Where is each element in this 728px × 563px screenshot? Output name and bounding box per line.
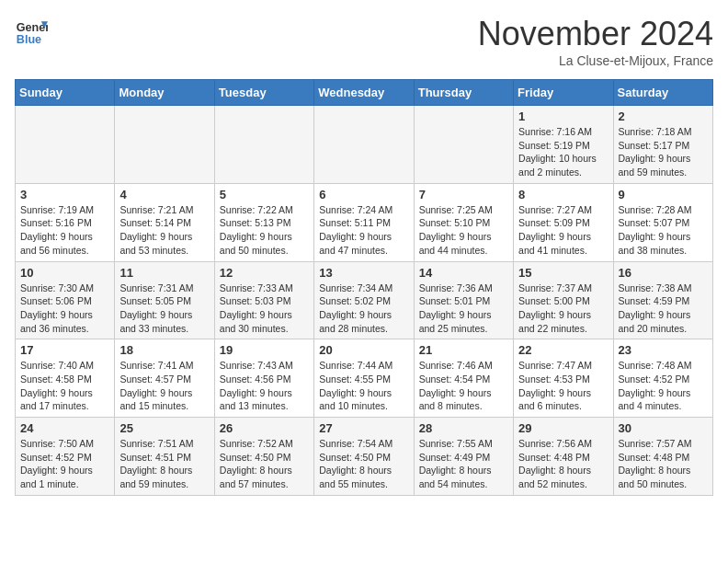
day-info: Sunrise: 7:44 AMSunset: 4:55 PMDaylight:… bbox=[319, 359, 408, 413]
week-row-1: 3Sunrise: 7:19 AMSunset: 5:16 PMDaylight… bbox=[16, 183, 713, 261]
day-info: Sunrise: 7:47 AMSunset: 4:53 PMDaylight:… bbox=[518, 359, 608, 413]
calendar-cell: 30Sunrise: 7:57 AMSunset: 4:48 PMDayligh… bbox=[613, 418, 712, 496]
day-info: Sunrise: 7:50 AMSunset: 4:52 PMDaylight:… bbox=[20, 437, 109, 491]
day-info: Sunrise: 7:54 AMSunset: 4:50 PMDaylight:… bbox=[319, 437, 408, 491]
calendar-cell: 6Sunrise: 7:24 AMSunset: 5:11 PMDaylight… bbox=[314, 183, 414, 261]
svg-text:Blue: Blue bbox=[17, 33, 41, 46]
calendar-cell: 29Sunrise: 7:56 AMSunset: 4:48 PMDayligh… bbox=[514, 418, 613, 496]
day-number: 7 bbox=[419, 188, 508, 201]
day-info: Sunrise: 7:30 AMSunset: 5:06 PMDaylight:… bbox=[20, 282, 109, 336]
calendar-cell bbox=[115, 106, 214, 184]
calendar-cell: 13Sunrise: 7:34 AMSunset: 5:02 PMDayligh… bbox=[314, 261, 414, 339]
day-number: 4 bbox=[119, 188, 209, 201]
day-info: Sunrise: 7:33 AMSunset: 5:03 PMDaylight:… bbox=[220, 282, 309, 336]
day-number: 6 bbox=[319, 188, 408, 201]
calendar-cell: 28Sunrise: 7:55 AMSunset: 4:49 PMDayligh… bbox=[414, 418, 513, 496]
day-info: Sunrise: 7:27 AMSunset: 5:09 PMDaylight:… bbox=[518, 203, 608, 258]
day-info: Sunrise: 7:22 AMSunset: 5:13 PMDaylight:… bbox=[220, 203, 309, 258]
day-number: 20 bbox=[319, 343, 408, 357]
day-info: Sunrise: 7:46 AMSunset: 4:54 PMDaylight:… bbox=[419, 359, 508, 413]
day-number: 8 bbox=[518, 188, 608, 201]
day-info: Sunrise: 7:21 AMSunset: 5:14 PMDaylight:… bbox=[119, 203, 209, 258]
day-number: 2 bbox=[619, 109, 708, 123]
day-info: Sunrise: 7:57 AMSunset: 4:48 PMDaylight:… bbox=[619, 437, 708, 491]
day-info: Sunrise: 7:31 AMSunset: 5:05 PMDaylight:… bbox=[119, 282, 209, 336]
calendar-cell: 18Sunrise: 7:41 AMSunset: 4:57 PMDayligh… bbox=[115, 339, 214, 418]
day-number: 24 bbox=[20, 421, 109, 435]
day-number: 25 bbox=[119, 421, 209, 435]
day-number: 13 bbox=[319, 266, 408, 280]
day-number: 22 bbox=[518, 343, 608, 357]
day-info: Sunrise: 7:25 AMSunset: 5:10 PMDaylight:… bbox=[419, 203, 508, 258]
day-number: 3 bbox=[20, 188, 109, 201]
week-row-4: 24Sunrise: 7:50 AMSunset: 4:52 PMDayligh… bbox=[16, 418, 713, 496]
calendar-cell: 26Sunrise: 7:52 AMSunset: 4:50 PMDayligh… bbox=[214, 418, 313, 496]
calendar-table: SundayMondayTuesdayWednesdayThursdayFrid… bbox=[15, 79, 713, 496]
calendar-cell: 7Sunrise: 7:25 AMSunset: 5:10 PMDaylight… bbox=[414, 183, 513, 261]
day-info: Sunrise: 7:52 AMSunset: 4:50 PMDaylight:… bbox=[220, 437, 309, 491]
weekday-header-friday: Friday bbox=[514, 80, 613, 106]
weekday-header-tuesday: Tuesday bbox=[214, 80, 313, 106]
calendar-cell: 15Sunrise: 7:37 AMSunset: 5:00 PMDayligh… bbox=[514, 261, 613, 339]
calendar-cell: 20Sunrise: 7:44 AMSunset: 4:55 PMDayligh… bbox=[314, 339, 414, 418]
calendar-cell bbox=[16, 106, 115, 184]
calendar-cell: 25Sunrise: 7:51 AMSunset: 4:51 PMDayligh… bbox=[115, 418, 214, 496]
day-number: 19 bbox=[220, 343, 309, 357]
weekday-header-monday: Monday bbox=[115, 80, 214, 106]
week-row-3: 17Sunrise: 7:40 AMSunset: 4:58 PMDayligh… bbox=[16, 339, 713, 418]
day-info: Sunrise: 7:41 AMSunset: 4:57 PMDaylight:… bbox=[119, 359, 209, 413]
calendar-cell: 16Sunrise: 7:38 AMSunset: 4:59 PMDayligh… bbox=[613, 261, 712, 339]
day-info: Sunrise: 7:38 AMSunset: 4:59 PMDaylight:… bbox=[619, 282, 708, 336]
day-number: 29 bbox=[518, 421, 608, 435]
calendar-cell: 12Sunrise: 7:33 AMSunset: 5:03 PMDayligh… bbox=[214, 261, 313, 339]
weekday-header-sunday: Sunday bbox=[16, 80, 115, 106]
day-number: 30 bbox=[619, 421, 708, 435]
day-number: 27 bbox=[319, 421, 408, 435]
calendar-cell bbox=[414, 106, 513, 184]
calendar-cell: 5Sunrise: 7:22 AMSunset: 5:13 PMDaylight… bbox=[214, 183, 313, 261]
day-number: 1 bbox=[518, 109, 608, 123]
day-number: 23 bbox=[619, 343, 708, 357]
weekday-header-wednesday: Wednesday bbox=[314, 80, 414, 106]
day-info: Sunrise: 7:28 AMSunset: 5:07 PMDaylight:… bbox=[619, 203, 708, 258]
day-number: 11 bbox=[119, 266, 209, 280]
calendar-cell: 19Sunrise: 7:43 AMSunset: 4:56 PMDayligh… bbox=[214, 339, 313, 418]
calendar-cell: 24Sunrise: 7:50 AMSunset: 4:52 PMDayligh… bbox=[16, 418, 115, 496]
calendar-cell: 27Sunrise: 7:54 AMSunset: 4:50 PMDayligh… bbox=[314, 418, 414, 496]
day-info: Sunrise: 7:34 AMSunset: 5:02 PMDaylight:… bbox=[319, 282, 408, 336]
day-number: 9 bbox=[619, 188, 708, 201]
day-info: Sunrise: 7:40 AMSunset: 4:58 PMDaylight:… bbox=[20, 359, 109, 413]
calendar-cell: 9Sunrise: 7:28 AMSunset: 5:07 PMDaylight… bbox=[613, 183, 712, 261]
calendar-cell: 1Sunrise: 7:16 AMSunset: 5:19 PMDaylight… bbox=[514, 106, 613, 184]
weekday-header-row: SundayMondayTuesdayWednesdayThursdayFrid… bbox=[16, 80, 713, 106]
header: General Blue November 2024 La Cluse-et-M… bbox=[15, 15, 713, 68]
day-number: 26 bbox=[220, 421, 309, 435]
day-info: Sunrise: 7:43 AMSunset: 4:56 PMDaylight:… bbox=[220, 359, 309, 413]
day-info: Sunrise: 7:19 AMSunset: 5:16 PMDaylight:… bbox=[20, 203, 109, 258]
day-number: 17 bbox=[20, 343, 109, 357]
day-number: 28 bbox=[419, 421, 508, 435]
calendar-cell: 8Sunrise: 7:27 AMSunset: 5:09 PMDaylight… bbox=[514, 183, 613, 261]
title-area: November 2024 La Cluse-et-Mijoux, France bbox=[478, 15, 713, 68]
calendar-cell bbox=[314, 106, 414, 184]
day-info: Sunrise: 7:16 AMSunset: 5:19 PMDaylight:… bbox=[518, 125, 608, 179]
day-number: 14 bbox=[419, 266, 508, 280]
calendar-cell: 22Sunrise: 7:47 AMSunset: 4:53 PMDayligh… bbox=[514, 339, 613, 418]
month-title: November 2024 bbox=[478, 15, 713, 53]
calendar-cell: 4Sunrise: 7:21 AMSunset: 5:14 PMDaylight… bbox=[115, 183, 214, 261]
calendar-cell: 11Sunrise: 7:31 AMSunset: 5:05 PMDayligh… bbox=[115, 261, 214, 339]
day-info: Sunrise: 7:37 AMSunset: 5:00 PMDaylight:… bbox=[518, 282, 608, 336]
week-row-2: 10Sunrise: 7:30 AMSunset: 5:06 PMDayligh… bbox=[16, 261, 713, 339]
day-number: 5 bbox=[220, 188, 309, 201]
day-number: 21 bbox=[419, 343, 508, 357]
day-number: 15 bbox=[518, 266, 608, 280]
calendar-cell: 21Sunrise: 7:46 AMSunset: 4:54 PMDayligh… bbox=[414, 339, 513, 418]
calendar-cell bbox=[214, 106, 313, 184]
weekday-header-saturday: Saturday bbox=[613, 80, 712, 106]
day-info: Sunrise: 7:18 AMSunset: 5:17 PMDaylight:… bbox=[619, 125, 708, 179]
day-info: Sunrise: 7:24 AMSunset: 5:11 PMDaylight:… bbox=[319, 203, 408, 258]
location: La Cluse-et-Mijoux, France bbox=[478, 53, 713, 68]
week-row-0: 1Sunrise: 7:16 AMSunset: 5:19 PMDaylight… bbox=[16, 106, 713, 184]
calendar-cell: 14Sunrise: 7:36 AMSunset: 5:01 PMDayligh… bbox=[414, 261, 513, 339]
logo: General Blue bbox=[15, 15, 48, 48]
